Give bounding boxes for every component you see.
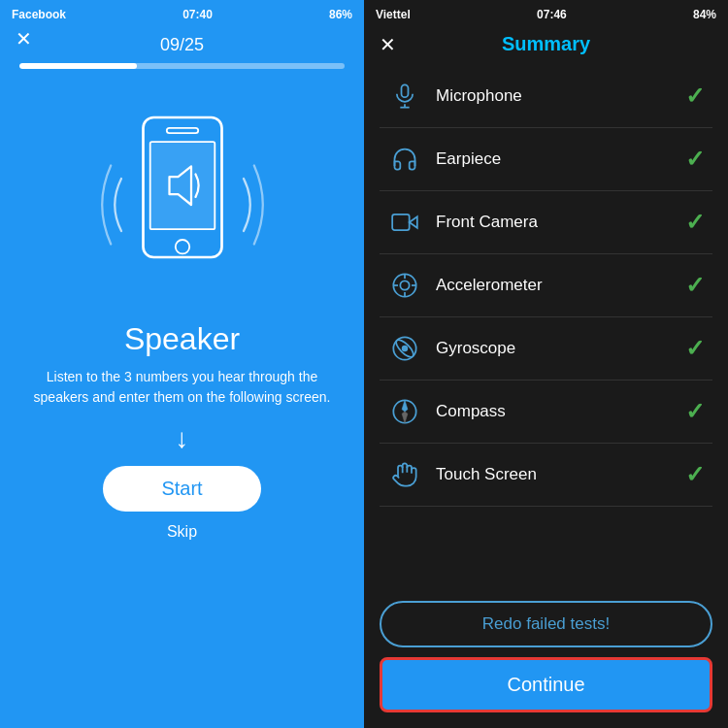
arrow-down-icon: ↓ (176, 423, 189, 454)
svg-point-16 (403, 347, 408, 351)
redo-button[interactable]: Redo failed tests! (380, 601, 712, 647)
microphone-icon (387, 79, 422, 114)
touch-screen-icon (387, 457, 422, 492)
left-network: Facebook (12, 8, 66, 21)
check-compass: ✓ (685, 398, 705, 425)
progress-bar-container (19, 63, 345, 69)
close-button-right[interactable]: ✕ (380, 33, 396, 56)
status-bar-right: Viettel 07:46 84% (364, 0, 728, 25)
accelerometer-icon (387, 268, 422, 303)
right-battery: 84% (693, 8, 716, 21)
test-name-front-camera: Front Camera (436, 213, 685, 232)
left-time: 07:40 (182, 8, 213, 21)
progress-section: 09/25 (0, 35, 364, 69)
progress-label: 09/25 (160, 35, 204, 55)
test-item-accelerometer: Accelerometer ✓ (380, 254, 712, 317)
test-item-earpiece: Earpiece ✓ (380, 128, 712, 191)
svg-point-9 (400, 281, 409, 289)
gyroscope-icon (387, 331, 422, 366)
test-item-compass: Compass ✓ (380, 381, 712, 444)
continue-button[interactable]: Continue (380, 657, 712, 712)
right-time: 07:46 (537, 8, 567, 21)
check-microphone: ✓ (685, 83, 705, 110)
speaker-title: Speaker (124, 321, 240, 357)
test-list: Microphone ✓ Earpiece ✓ Front Camera ✓ A… (364, 65, 728, 591)
left-panel: Facebook 07:40 86% ✕ 09/25 (0, 0, 364, 728)
svg-rect-7 (392, 215, 410, 230)
close-button-left[interactable]: ✕ (16, 27, 32, 50)
start-button[interactable]: Start (103, 466, 260, 512)
svg-marker-19 (402, 412, 408, 423)
earpiece-icon (387, 142, 422, 177)
right-panel: Viettel 07:46 84% ✕ Summary Microphone ✓… (364, 0, 728, 728)
test-item-gyroscope: Gyroscope ✓ (380, 317, 712, 381)
check-earpiece: ✓ (685, 146, 705, 173)
svg-point-3 (175, 240, 188, 253)
front-camera-icon (387, 205, 422, 240)
speaker-description: Listen to the 3 numbers you hear through… (0, 367, 364, 408)
phone-illustration (95, 108, 270, 302)
test-item-front-camera: Front Camera ✓ (380, 191, 712, 254)
progress-bar-fill (19, 63, 137, 69)
test-name-microphone: Microphone (436, 86, 685, 106)
test-item-microphone: Microphone ✓ (380, 65, 712, 128)
svg-rect-1 (166, 128, 197, 133)
test-name-compass: Compass (436, 402, 685, 421)
svg-rect-4 (402, 84, 409, 97)
svg-marker-18 (402, 400, 408, 412)
check-touch-screen: ✓ (685, 461, 705, 488)
test-name-earpiece: Earpiece (436, 149, 685, 169)
test-name-accelerometer: Accelerometer (436, 276, 685, 295)
compass-icon (387, 394, 422, 429)
status-bar-left: Facebook 07:40 86% (0, 0, 364, 25)
check-front-camera: ✓ (685, 209, 705, 236)
check-gyroscope: ✓ (685, 335, 705, 362)
check-accelerometer: ✓ (685, 272, 705, 299)
skip-link[interactable]: Skip (167, 523, 197, 541)
left-battery: 86% (329, 8, 352, 21)
svg-rect-2 (149, 142, 215, 229)
test-item-touch-screen: Touch Screen ✓ (380, 444, 712, 507)
test-name-gyroscope: Gyroscope (436, 339, 685, 358)
test-name-touch-screen: Touch Screen (436, 465, 685, 484)
summary-title: Summary (502, 33, 590, 55)
bottom-buttons: Redo failed tests! Continue (364, 591, 728, 728)
right-network: Viettel (376, 8, 411, 21)
right-header: ✕ Summary (364, 25, 728, 65)
